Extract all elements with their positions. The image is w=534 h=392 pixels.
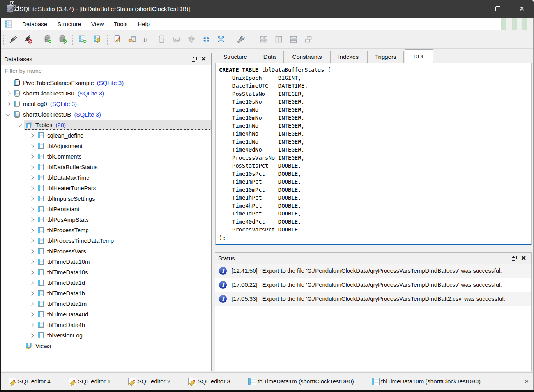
tree-row[interactable]: tblPersistant <box>1 204 211 214</box>
undock-panel-button[interactable] <box>509 254 519 263</box>
status-message[interactable]: [17:00:22] Export to the file 'G:/Pendul… <box>215 278 531 292</box>
tree-row[interactable]: Views <box>1 341 211 351</box>
function-editor-icon[interactable]: Fx <box>140 32 154 47</box>
tab[interactable]: Data <box>256 51 284 63</box>
expand-chevron-icon[interactable] <box>28 166 35 169</box>
expand-chevron-icon[interactable] <box>4 113 12 116</box>
configuration-icon[interactable] <box>233 32 248 47</box>
filter-input[interactable] <box>1 65 211 76</box>
tree-row[interactable]: tblComments <box>1 151 211 162</box>
expand-chevron-icon[interactable] <box>28 260 35 263</box>
maximize-button[interactable] <box>486 0 510 18</box>
expand-chevron-icon[interactable] <box>16 344 24 348</box>
tree-row[interactable]: Tables (20) <box>1 120 211 130</box>
expand-chevron-icon[interactable] <box>28 323 35 327</box>
expand-chevron-icon[interactable] <box>28 145 35 148</box>
taskbar-item[interactable]: SQL editor 4 <box>6 376 53 387</box>
table-add-similar-icon[interactable] <box>90 32 105 47</box>
tab[interactable]: Triggers <box>367 51 404 63</box>
tree-row[interactable]: tblVersionLog <box>1 330 211 341</box>
tab[interactable]: Structure <box>216 51 255 63</box>
tree-row[interactable]: mcuLog0 (SQLite 3) <box>1 99 211 109</box>
tree-row[interactable]: tblProcessTimeDataTemp <box>1 235 211 246</box>
tree-row[interactable]: tblTimeData10s <box>1 267 211 277</box>
expand-chevron-icon[interactable] <box>28 208 35 211</box>
tree-row[interactable]: tblProcessTemp <box>1 225 211 235</box>
tree-row[interactable]: tblProcessVars <box>1 246 211 256</box>
expand-chevron-icon[interactable] <box>28 197 35 200</box>
collations-icon[interactable]: a:z <box>169 32 184 47</box>
taskbar-item[interactable]: SQL editor 2 <box>126 376 173 387</box>
expand-chevron-icon[interactable] <box>28 313 35 316</box>
expand-chevron-icon[interactable] <box>16 124 24 127</box>
expand-chevron-icon[interactable] <box>28 250 35 253</box>
tree-row[interactable]: tblTimeData1d <box>1 277 211 288</box>
expand-chevron-icon[interactable] <box>28 281 35 284</box>
expand-chevron-icon[interactable] <box>28 176 35 179</box>
disconnect-icon[interactable] <box>21 32 35 47</box>
collapse-windows-icon[interactable] <box>199 32 214 47</box>
mdi-tile-grid-icon[interactable] <box>256 32 271 47</box>
taskbar-item[interactable]: SQL editor 3 <box>186 376 233 387</box>
ddl-editor[interactable]: CREATE TABLE tblDataBufferStatus ( UnixE… <box>215 63 532 245</box>
expand-chevron-icon[interactable] <box>28 239 35 242</box>
taskbar-item[interactable]: tblTimeData10m (shorttClockTestDB0) <box>370 376 483 387</box>
minimize-button[interactable] <box>462 0 486 18</box>
taskbar-overflow-button[interactable]: » <box>525 377 528 385</box>
expand-chevron-icon[interactable] <box>28 271 35 274</box>
tree-row[interactable]: tblAdjustment <box>1 141 211 151</box>
code-snippets-icon[interactable]: { } <box>154 32 169 47</box>
menu-item[interactable]: View <box>86 18 109 30</box>
menu-item[interactable]: Help <box>133 18 155 30</box>
tab[interactable]: DDL <box>405 49 433 63</box>
tree-row[interactable]: tblPosAmpStats <box>1 214 211 225</box>
restore-windows-icon[interactable] <box>214 32 228 47</box>
tree-row[interactable]: tblTimeData40d <box>1 309 211 320</box>
tree-row[interactable]: tblHeaterTunePars <box>1 183 211 193</box>
expand-chevron-icon[interactable] <box>4 92 12 95</box>
tree-row[interactable]: tblTimeData1m <box>1 298 211 309</box>
tree-row[interactable]: shorttClockTestDB (SQLite 3) <box>1 109 211 120</box>
menu-item[interactable]: Database <box>17 18 52 30</box>
tree-row[interactable]: PivotTableSalariesExample (SQLite 3) <box>1 78 211 88</box>
mdi-cascade-icon[interactable] <box>301 32 316 47</box>
tree-row[interactable]: tblDataBufferStatus <box>1 162 211 172</box>
menu-item[interactable]: Tools <box>109 18 133 30</box>
tree-row[interactable]: tblTimeData10m <box>1 256 211 267</box>
taskbar-item[interactable]: SQL editor 1 <box>66 376 113 387</box>
tree-row[interactable]: shorttClockTestDB0 (SQLite 3) <box>1 88 211 99</box>
status-message[interactable]: [12:41:50] Export to the file 'G:/Pendul… <box>215 264 531 278</box>
taskbar-item[interactable]: tblTimeData1m (shorttClockTestDB0) <box>246 376 356 387</box>
expand-chevron-icon[interactable] <box>28 302 35 305</box>
tab[interactable]: Constraints <box>285 51 330 63</box>
tree-row[interactable]: tblDataMaxTime <box>1 172 211 183</box>
tab[interactable]: Indexes <box>330 51 366 63</box>
expand-chevron-icon[interactable] <box>28 134 35 137</box>
sql-editor-icon[interactable] <box>110 32 125 47</box>
mdi-tile-vertical-icon[interactable] <box>271 32 286 47</box>
tree-row[interactable]: tblTimeData1h <box>1 288 211 298</box>
connect-icon[interactable] <box>6 32 21 47</box>
expand-chevron-icon[interactable] <box>4 81 12 85</box>
table-add-icon[interactable] <box>75 32 90 47</box>
expand-chevron-icon[interactable] <box>28 187 35 190</box>
close-panel-button[interactable]: ✕ <box>519 254 528 263</box>
undock-panel-button[interactable] <box>189 55 199 63</box>
extensions-icon[interactable] <box>184 32 199 47</box>
tree-row[interactable]: tblTimeData4h <box>1 320 211 330</box>
close-panel-button[interactable]: ✕ <box>199 55 208 63</box>
close-button[interactable]: ✕ <box>510 0 534 18</box>
expand-chevron-icon[interactable] <box>28 292 35 295</box>
expand-chevron-icon[interactable] <box>28 229 35 232</box>
mdi-tile-horizontal-icon[interactable] <box>286 32 301 47</box>
import-table-icon[interactable] <box>125 32 140 47</box>
expand-chevron-icon[interactable] <box>28 334 35 337</box>
database-refresh-icon[interactable] <box>55 32 70 47</box>
database-add-icon[interactable] <box>41 32 55 47</box>
status-message[interactable]: [17:05:33] Export to the file 'G:/Pendul… <box>215 292 531 306</box>
menu-item[interactable]: Structure <box>52 18 86 30</box>
tree-row[interactable]: sqlean_define <box>1 130 211 141</box>
expand-chevron-icon[interactable] <box>4 102 12 106</box>
expand-chevron-icon[interactable] <box>28 218 35 221</box>
expand-chevron-icon[interactable] <box>28 155 35 158</box>
